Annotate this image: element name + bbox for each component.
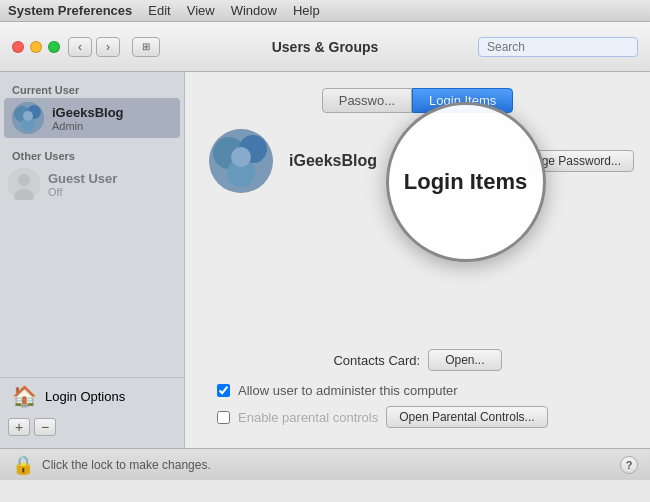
allow-admin-checkbox[interactable]: [217, 384, 230, 397]
content-area: Passwo... Login Items iGeeksBlog ge Pass…: [185, 72, 650, 448]
contacts-card-label: Contacts Card:: [333, 353, 420, 368]
guest-user-name: Guest User: [48, 171, 117, 186]
remove-user-button[interactable]: −: [34, 418, 56, 436]
current-user-label: Current User: [0, 80, 184, 98]
parental-controls-label: Enable parental controls: [238, 410, 378, 425]
bottom-bar: 🔒 Click the lock to make changes. ?: [0, 448, 650, 480]
search-input[interactable]: [487, 40, 629, 54]
login-options-label: Login Options: [45, 389, 125, 404]
help-menu[interactable]: Help: [293, 3, 320, 18]
maximize-button[interactable]: [48, 41, 60, 53]
open-contacts-button[interactable]: Open...: [428, 349, 501, 371]
main-content: Current User iGeeksBlog Admin Other User…: [0, 72, 650, 448]
house-icon: 🏠: [12, 384, 37, 408]
toolbar: ‹ › ⊞ Users & Groups: [0, 22, 650, 72]
current-user-avatar: [12, 102, 44, 134]
open-parental-button[interactable]: Open Parental Controls...: [386, 406, 547, 428]
parental-controls-row: Enable parental controls Open Parental C…: [201, 402, 634, 432]
search-box[interactable]: [478, 37, 638, 57]
guest-user-role: Off: [48, 186, 117, 198]
current-user-item[interactable]: iGeeksBlog Admin: [4, 98, 180, 138]
allow-admin-label: Allow user to administer this computer: [238, 383, 458, 398]
parental-controls-checkbox[interactable]: [217, 411, 230, 424]
lock-text: Click the lock to make changes.: [42, 458, 211, 472]
guest-user-avatar: [8, 168, 40, 200]
sidebar: Current User iGeeksBlog Admin Other User…: [0, 72, 185, 448]
menu-bar: System Preferences Edit View Window Help: [0, 0, 650, 22]
svg-point-6: [18, 174, 30, 186]
guest-user-item[interactable]: Guest User Off: [0, 164, 184, 204]
traffic-lights: [12, 41, 60, 53]
login-items-circle-text: Login Items: [404, 169, 527, 195]
lock-icon[interactable]: 🔒: [12, 454, 34, 476]
user-avatar-large: [209, 129, 273, 193]
svg-point-4: [23, 111, 33, 121]
help-button[interactable]: ?: [620, 456, 638, 474]
current-user-name: iGeeksBlog: [52, 105, 124, 120]
grid-button[interactable]: ⊞: [132, 37, 160, 57]
nav-buttons: ‹ ›: [68, 37, 120, 57]
forward-button[interactable]: ›: [96, 37, 120, 57]
svg-point-12: [231, 147, 251, 167]
toolbar-title: Users & Groups: [272, 39, 379, 55]
minimize-button[interactable]: [30, 41, 42, 53]
close-button[interactable]: [12, 41, 24, 53]
guest-user-info: Guest User Off: [48, 171, 117, 198]
add-user-button[interactable]: +: [8, 418, 30, 436]
user-display-name: iGeeksBlog: [289, 152, 377, 170]
sidebar-controls: + −: [0, 414, 184, 440]
edit-menu[interactable]: Edit: [148, 3, 170, 18]
other-users-label: Other Users: [0, 146, 184, 164]
window-menu[interactable]: Window: [231, 3, 277, 18]
allow-admin-row: Allow user to administer this computer: [201, 379, 634, 402]
view-menu[interactable]: View: [187, 3, 215, 18]
contacts-card-row: Contacts Card: Open...: [201, 341, 634, 379]
login-items-circle: Login Items: [386, 102, 546, 262]
login-options-item[interactable]: 🏠 Login Options: [0, 377, 184, 414]
current-user-role: Admin: [52, 120, 124, 132]
current-user-info: iGeeksBlog Admin: [52, 105, 124, 132]
login-items-overlay: Login Items: [386, 102, 546, 262]
back-button[interactable]: ‹: [68, 37, 92, 57]
app-menu[interactable]: System Preferences: [8, 3, 132, 18]
